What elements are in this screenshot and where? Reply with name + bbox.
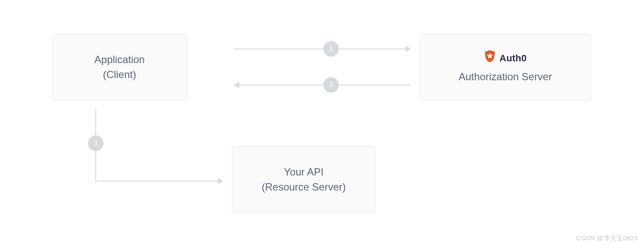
arrow-1-line [234,48,406,49]
node-authorization-server: Auth0 Authorization Server [419,34,591,100]
watermark-text: CSDN @李大宝0829 [576,234,638,242]
step-badge-2-label: 2 [329,81,333,89]
step-badge-3-label: 3 [94,139,97,148]
auth0-logo-row: Auth0 [484,50,526,67]
arrow-3-head-icon [218,178,223,184]
node-application-client: Application (Client) [52,34,187,100]
node-client-line1: Application [94,52,145,67]
auth0-shield-icon [484,50,496,67]
arrow-3-horizontal [95,181,218,181]
node-client-line2: (Client) [103,67,136,82]
step-badge-1-label: 1 [329,45,333,53]
node-api-line1: Your API [284,165,324,180]
step-badge-3: 3 [88,136,103,151]
node-api-line2: (Resource Server) [261,180,346,195]
arrow-2-head-icon [234,82,239,88]
step-badge-2: 2 [323,77,339,93]
step-badge-1: 1 [323,41,339,57]
auth0-brand-text: Auth0 [499,51,526,65]
node-authserver-line2: Authorization Server [459,70,552,85]
arrow-1-head-icon [406,46,411,52]
node-your-api: Your API (Resource Server) [232,146,376,213]
